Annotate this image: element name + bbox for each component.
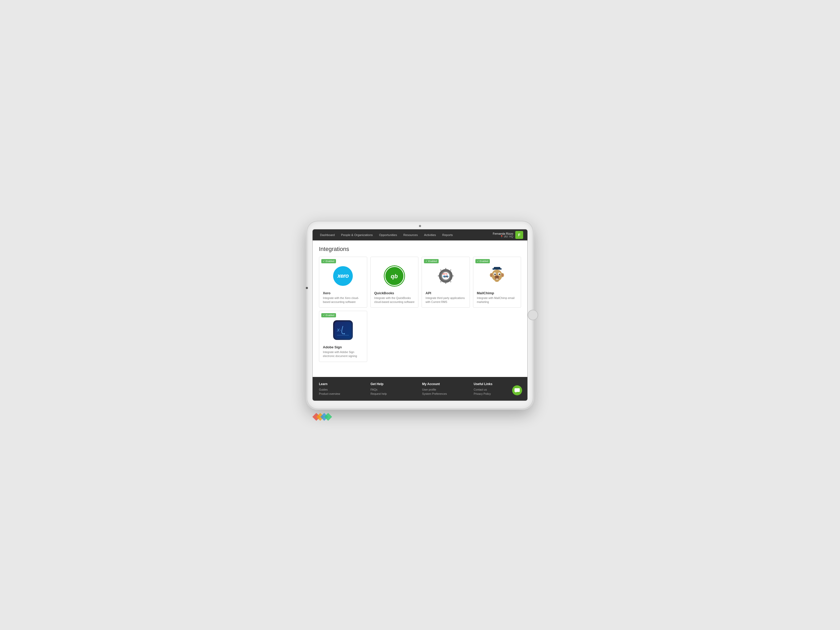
footer-product-overview[interactable]: Product overview [319, 392, 366, 395]
svg-rect-18 [493, 269, 494, 270]
location-text: IAV: HQ [504, 235, 513, 238]
nav-dashboard[interactable]: Dashboard [317, 229, 338, 240]
integration-card-xero[interactable]: ✓ Enabled xero Xero Integrate with the X… [319, 257, 367, 308]
enabled-badge-adobesign: ✓ Enabled [321, 313, 336, 317]
api-desc: Integrate third party applications with … [426, 296, 466, 304]
adobesign-logo: x· [333, 320, 353, 340]
footer-user-profile[interactable]: User profile [422, 388, 470, 391]
footer-help-title: Get Help [371, 382, 418, 386]
adobesign-desc: Integrate with Adobe Sign electronic doc… [323, 350, 363, 358]
nav-avatar[interactable]: F [515, 231, 523, 239]
ipad-side-button [306, 287, 308, 289]
svg-point-28 [495, 274, 496, 274]
chat-button[interactable] [512, 385, 522, 395]
page-title: Integrations [319, 246, 521, 253]
qb-logo-area: qb [371, 257, 418, 291]
qb-logo: qb [385, 266, 404, 286]
integration-card-adobesign[interactable]: ✓ Enabled [319, 311, 367, 362]
footer-guides[interactable]: Guides [319, 388, 366, 391]
qb-desc: Integrate with the QuickBooks cloud-base… [374, 296, 415, 304]
footer: Learn Guides Product overview Get Help F… [313, 377, 527, 401]
xero-desc: Integrate with the Xero cloud-based acco… [323, 296, 363, 304]
nav-user-info: Fernanda Rizzo 📍 IAV: HQ [493, 232, 513, 238]
nav-links: Dashboard People & Organizations Opportu… [317, 229, 493, 240]
integration-card-mailchimp[interactable]: ✓ Enabled [473, 257, 521, 308]
svg-text:BETA: BETA [442, 273, 448, 275]
api-info: API Integrate third party applications w… [422, 291, 470, 307]
api-name: API [426, 291, 466, 295]
nav-user-name: Fernanda Rizzo [493, 232, 513, 235]
mailchimp-desc: Integrate with MailChimp email marketing [477, 296, 517, 304]
xero-logo: xero [333, 266, 353, 286]
nav-opportunities[interactable]: Opportunities [376, 229, 400, 240]
ipad-screen: Dashboard People & Organizations Opportu… [313, 229, 527, 401]
ipad-home-button[interactable] [527, 310, 538, 320]
nav-resources[interactable]: Resources [400, 229, 421, 240]
integrations-grid: ✓ Enabled xero Xero Integrate with the X… [319, 257, 521, 308]
svg-point-31 [495, 276, 497, 278]
svg-point-26 [494, 273, 496, 275]
integration-card-quickbooks[interactable]: qb QuickBooks Integrate with the QuickBo… [370, 257, 419, 308]
enabled-badge-mailchimp: ✓ Enabled [475, 259, 490, 263]
svg-point-34 [495, 279, 499, 282]
brand-logo [313, 410, 333, 425]
qb-name: QuickBooks [374, 291, 415, 295]
svg-point-32 [497, 276, 498, 278]
enabled-badge-xero: ✓ Enabled [321, 259, 336, 263]
empty-slot-3 [473, 311, 521, 362]
mailchimp-name: MailChimp [477, 291, 517, 295]
api-gear-icon: BETA API [435, 265, 456, 286]
pin-icon: 📍 [500, 235, 503, 238]
mailchimp-logo [487, 266, 507, 286]
empty-slot-2 [422, 311, 470, 362]
footer-learn-title: Learn [319, 382, 366, 386]
footer-help: Get Help FAQs Request help [371, 382, 418, 396]
ipad-frame: Dashboard People & Organizations Opportu… [307, 221, 533, 409]
nav-bar: Dashboard People & Organizations Opportu… [313, 229, 527, 240]
svg-text:API: API [444, 275, 448, 278]
svg-point-29 [499, 274, 500, 274]
footer-account: My Account User profile System Preferenc… [422, 382, 470, 396]
nav-people[interactable]: People & Organizations [338, 229, 376, 240]
integrations-row2: ✓ Enabled [319, 311, 521, 362]
svg-text:x·: x· [337, 327, 341, 333]
svg-point-27 [499, 273, 501, 275]
qb-info: QuickBooks Integrate with the QuickBooks… [371, 291, 418, 307]
footer-learn: Learn Guides Product overview [319, 382, 366, 396]
xero-info: Xero Integrate with the Xero cloud-based… [319, 291, 367, 307]
integration-card-api[interactable]: ✓ Enabled [422, 257, 470, 308]
svg-text:qb: qb [391, 273, 398, 279]
svg-rect-17 [494, 267, 501, 269]
nav-user: Fernanda Rizzo 📍 IAV: HQ F [493, 231, 523, 239]
enabled-badge-api: ✓ Enabled [424, 259, 439, 263]
svg-point-30 [494, 275, 499, 279]
adobesign-info: Adobe Sign Integrate with Adobe Sign ele… [319, 345, 367, 362]
footer-account-title: My Account [422, 382, 470, 386]
nav-reports[interactable]: Reports [439, 229, 456, 240]
footer-faqs[interactable]: FAQs [371, 388, 418, 391]
footer-useful-title: Useful Links [474, 382, 521, 386]
main-content: Integrations ✓ Enabled xero Xero Integra… [313, 240, 527, 377]
svg-point-23 [502, 274, 503, 276]
adobesign-name: Adobe Sign [323, 345, 363, 349]
mailchimp-info: MailChimp Integrate with MailChimp email… [473, 291, 521, 307]
ipad-camera [419, 225, 421, 227]
svg-point-22 [491, 274, 492, 276]
footer-system-prefs[interactable]: System Preferences [422, 392, 470, 395]
nav-user-location: 📍 IAV: HQ [493, 235, 513, 238]
empty-slot-1 [370, 311, 419, 362]
nav-activities[interactable]: Activities [421, 229, 439, 240]
footer-request-help[interactable]: Request help [371, 392, 418, 395]
xero-name: Xero [323, 291, 363, 295]
